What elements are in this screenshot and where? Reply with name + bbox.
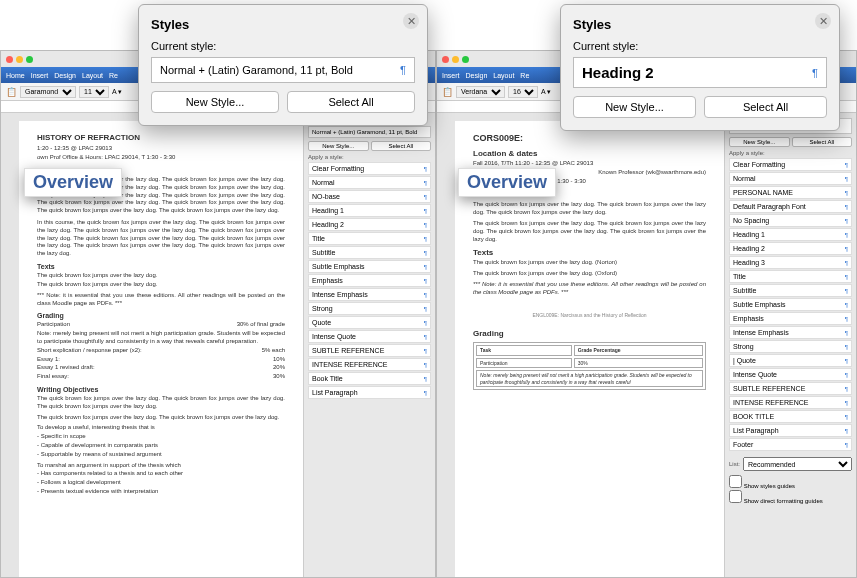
new-style-button[interactable]: New Style... xyxy=(151,91,279,113)
text-line2: The quick brown fox jumps over the lazy … xyxy=(37,281,285,289)
style-row[interactable]: Strong¶ xyxy=(308,302,431,315)
doc-title: HISTORY OF REFRACTION xyxy=(37,133,285,143)
new-style-button[interactable]: New Style... xyxy=(573,96,696,118)
show-guides-check[interactable]: Show styles guides xyxy=(729,475,852,489)
style-row[interactable]: List Paragraph¶ xyxy=(729,424,852,437)
min-dot[interactable] xyxy=(16,56,23,63)
style-row[interactable]: Emphasis¶ xyxy=(729,312,852,325)
close-dot[interactable] xyxy=(442,56,449,63)
size-select[interactable]: 16 xyxy=(508,86,538,98)
window-controls[interactable] xyxy=(442,56,469,63)
style-row[interactable]: | Quote¶ xyxy=(729,354,852,367)
tab-insert[interactable]: Insert xyxy=(442,72,460,79)
word-window-left: Home Insert Design Layout Re 📋 Garamond … xyxy=(0,50,436,578)
style-row[interactable]: Subtitle¶ xyxy=(729,284,852,297)
style-row[interactable]: Clear Formatting¶ xyxy=(308,162,431,175)
current-style-field[interactable]: Normal + (Latin) Garamond, 11 pt, Bold ¶ xyxy=(151,57,415,83)
paste-icon[interactable]: 📋 xyxy=(442,87,453,97)
select-all-button[interactable]: Select All xyxy=(704,96,827,118)
style-row[interactable]: Heading 3¶ xyxy=(729,256,852,269)
style-row[interactable]: List Paragraph¶ xyxy=(308,386,431,399)
style-row[interactable]: Heading 2¶ xyxy=(729,242,852,255)
style-row[interactable]: NO-base¶ xyxy=(308,190,431,203)
tab-design[interactable]: Design xyxy=(466,72,488,79)
text-line2: The quick brown fox jumps over the lazy … xyxy=(473,270,706,278)
style-row[interactable]: Footer¶ xyxy=(729,438,852,451)
style-row[interactable]: No Spacing¶ xyxy=(729,214,852,227)
style-row[interactable]: Normal¶ xyxy=(308,176,431,189)
new-style-button[interactable]: New Style... xyxy=(308,141,369,151)
style-row[interactable]: Strong¶ xyxy=(729,340,852,353)
min-dot[interactable] xyxy=(452,56,459,63)
td-note: Note: merely being present will not meri… xyxy=(476,370,703,387)
style-row[interactable]: BOOK TITLE¶ xyxy=(729,410,852,423)
style-row[interactable]: Subtle Emphasis¶ xyxy=(308,260,431,273)
style-row[interactable]: SUBTLE REFERENCE¶ xyxy=(308,344,431,357)
style-row[interactable]: INTENSE REFERENCE¶ xyxy=(729,396,852,409)
style-list[interactable]: Clear Formatting¶Normal¶PERSONAL NAME¶De… xyxy=(729,158,852,451)
style-row[interactable]: SUBTLE REFERENCE¶ xyxy=(729,382,852,395)
style-row[interactable]: Emphasis¶ xyxy=(308,274,431,287)
style-row[interactable]: INTENSE REFERENCE¶ xyxy=(308,358,431,371)
style-row[interactable]: Quote¶ xyxy=(308,316,431,329)
window-controls[interactable] xyxy=(6,56,33,63)
style-row[interactable]: Intense Emphasis¶ xyxy=(729,326,852,339)
style-row[interactable]: PERSONAL NAME¶ xyxy=(729,186,852,199)
close-icon[interactable]: ✕ xyxy=(403,13,419,29)
close-dot[interactable] xyxy=(6,56,13,63)
style-row[interactable]: Heading 2¶ xyxy=(308,218,431,231)
select-all-button[interactable]: Select All xyxy=(792,137,853,147)
style-row[interactable]: Heading 1¶ xyxy=(729,228,852,241)
size-select[interactable]: 11 xyxy=(79,86,109,98)
select-all-button[interactable]: Select All xyxy=(287,91,415,113)
td-pct: 30% xyxy=(574,358,703,369)
course-para: In this course, the quick brown fox jump… xyxy=(37,219,285,258)
meeting-line: Fall 2016, T/Th 11:20 - 12:35 @ LPAC 290… xyxy=(473,160,706,168)
style-row[interactable]: Clear Formatting¶ xyxy=(729,158,852,171)
paste-icon[interactable]: 📋 xyxy=(6,87,17,97)
style-row[interactable]: Title¶ xyxy=(729,270,852,283)
style-row[interactable]: Intense Quote¶ xyxy=(308,330,431,343)
current-style-box[interactable]: Normal + (Latin) Garamond, 11 pt, Bold xyxy=(308,126,431,138)
style-row[interactable]: Book Title¶ xyxy=(308,372,431,385)
meeting-line: 1:20 - 12:35 @ LPAC 29013 xyxy=(37,145,285,153)
style-row[interactable]: Intense Emphasis¶ xyxy=(308,288,431,301)
style-row[interactable]: Subtitle¶ xyxy=(308,246,431,259)
close-icon[interactable]: ✕ xyxy=(815,13,831,29)
tab-layout[interactable]: Layout xyxy=(493,72,514,79)
tab-re[interactable]: Re xyxy=(109,72,118,79)
format-buttons[interactable]: A ▾ xyxy=(541,88,551,96)
new-style-button[interactable]: New Style... xyxy=(729,137,790,147)
list-dropdown[interactable]: Recommended xyxy=(743,457,852,471)
style-row[interactable]: Default Paragraph Font¶ xyxy=(729,200,852,213)
font-select[interactable]: Garamond xyxy=(20,86,76,98)
show-direct-check[interactable]: Show direct formatting guides xyxy=(729,490,852,504)
font-select[interactable]: Verdana xyxy=(456,86,505,98)
apply-style-label: Apply a style: xyxy=(308,154,431,160)
style-row[interactable]: Intense Quote¶ xyxy=(729,368,852,381)
note-line: *** Note: it is essential that you use t… xyxy=(473,281,706,297)
grading-row: Note: merely being present will not meri… xyxy=(37,330,285,346)
style-row[interactable]: Title¶ xyxy=(308,232,431,245)
td-part: Participation xyxy=(476,358,572,369)
current-style-field[interactable]: Heading 2 ¶ xyxy=(573,57,827,88)
max-dot[interactable] xyxy=(26,56,33,63)
style-row[interactable]: Heading 1¶ xyxy=(308,204,431,217)
tab-insert[interactable]: Insert xyxy=(31,72,49,79)
style-list[interactable]: Clear Formatting¶Normal¶NO-base¶Heading … xyxy=(308,162,431,399)
overview-callout-right: Overview xyxy=(458,168,556,197)
tab-layout[interactable]: Layout xyxy=(82,72,103,79)
tab-design[interactable]: Design xyxy=(54,72,76,79)
max-dot[interactable] xyxy=(462,56,469,63)
style-row[interactable]: Subtle Emphasis¶ xyxy=(729,298,852,311)
select-all-button[interactable]: Select All xyxy=(371,141,432,151)
writing-intro: The quick brown fox jumps over the lazy … xyxy=(37,395,285,411)
overview-p1: The quick brown fox jumps over the lazy … xyxy=(473,201,706,217)
format-buttons[interactable]: A ▾ xyxy=(112,88,122,96)
apply-style-label: Apply a style: xyxy=(729,150,852,156)
tab-re[interactable]: Re xyxy=(520,72,529,79)
prof-line: own Prof Office & Hours: LPAC 29014, T 1… xyxy=(37,154,285,162)
style-row[interactable]: Normal¶ xyxy=(729,172,852,185)
tab-home[interactable]: Home xyxy=(6,72,25,79)
note-line: *** Note: it is essential that you use t… xyxy=(37,292,285,308)
